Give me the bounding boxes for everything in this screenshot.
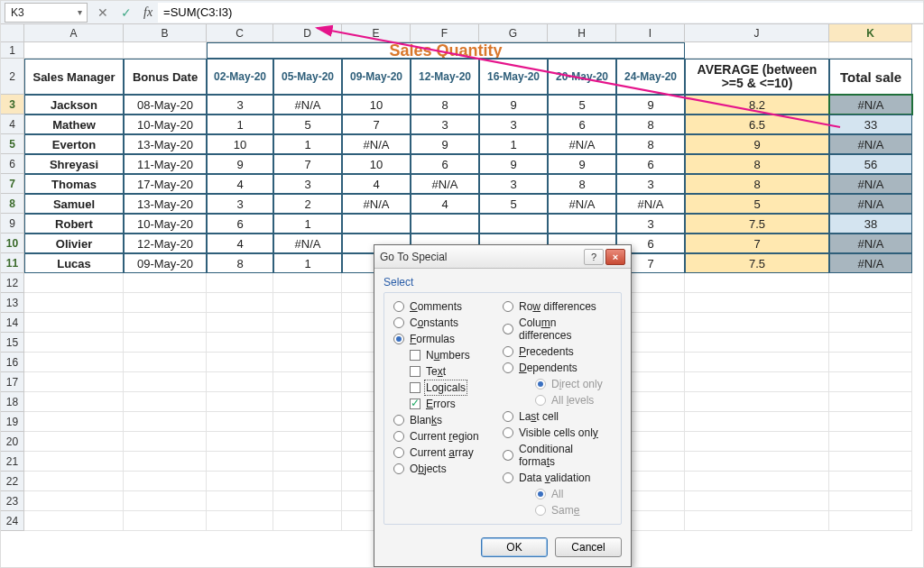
cell[interactable]: 09-May-20	[124, 253, 207, 273]
ok-button[interactable]: OK	[481, 537, 548, 557]
cell[interactable]: 1	[273, 134, 342, 154]
name-box-dropdown-icon[interactable]: ▾	[72, 7, 87, 17]
cell[interactable]: 8	[685, 154, 829, 174]
row-header-8[interactable]: 8	[1, 194, 24, 214]
cell[interactable]: 8	[207, 253, 273, 273]
cell[interactable]: 10	[342, 154, 411, 174]
cell[interactable]: #N/A	[616, 194, 685, 214]
cell[interactable]: 4	[207, 174, 273, 194]
cell[interactable]: 10	[342, 95, 411, 115]
cell[interactable]	[479, 214, 548, 234]
column-header-H[interactable]: H	[548, 24, 616, 42]
radio-option[interactable]: Row differences	[503, 300, 612, 313]
cell[interactable]: 11-May-20	[124, 154, 207, 174]
cell[interactable]: 4	[411, 194, 479, 214]
row-header-23[interactable]: 23	[1, 491, 24, 511]
cell[interactable]	[342, 214, 411, 234]
column-header-I[interactable]: I	[616, 24, 685, 42]
cell[interactable]: 1	[207, 115, 273, 134]
row-header-17[interactable]: 17	[1, 372, 24, 392]
cell[interactable]: #N/A	[829, 194, 912, 214]
cell[interactable]: 10-May-20	[124, 115, 207, 134]
row-header-13[interactable]: 13	[1, 293, 24, 313]
radio-option[interactable]: Data validation	[503, 472, 612, 484]
radio-option[interactable]: Current region	[393, 430, 503, 443]
cell[interactable]: Olivier	[24, 234, 124, 253]
radio-option[interactable]: Conditional formats	[503, 443, 612, 468]
cell[interactable]: #N/A	[411, 174, 479, 194]
column-header-B[interactable]: B	[124, 24, 207, 42]
row-header-10[interactable]: 10	[1, 234, 24, 253]
checkbox-option[interactable]: Errors	[393, 398, 503, 410]
cell[interactable]: 13-May-20	[124, 134, 207, 154]
cell[interactable]: 7.5	[685, 253, 829, 273]
cell[interactable]: 8	[616, 134, 685, 154]
cell[interactable]: 1	[273, 253, 342, 273]
cell[interactable]: 2	[273, 194, 342, 214]
cell[interactable]: 4	[207, 234, 273, 253]
row-header-15[interactable]: 15	[1, 333, 24, 353]
cell[interactable]: #N/A	[342, 134, 411, 154]
radio-option[interactable]: Dependents	[503, 362, 612, 374]
radio-option[interactable]: Blanks	[393, 414, 503, 426]
cell[interactable]: 3	[479, 174, 548, 194]
cell[interactable]	[548, 214, 616, 234]
cell[interactable]: 13-May-20	[124, 194, 207, 214]
cell[interactable]: Jackson	[24, 95, 124, 115]
cell[interactable]: 10-May-20	[124, 214, 207, 234]
select-all-corner[interactable]	[1, 24, 24, 42]
column-header-D[interactable]: D	[273, 24, 342, 42]
cell[interactable]: #N/A	[548, 194, 616, 214]
radio-option[interactable]: Objects	[393, 463, 503, 475]
cell[interactable]: 6	[207, 214, 273, 234]
cell[interactable]: Samuel	[24, 194, 124, 214]
cell[interactable]: 8	[685, 174, 829, 194]
cell[interactable]: 3	[207, 95, 273, 115]
row-header-9[interactable]: 9	[1, 214, 24, 234]
row-header-18[interactable]: 18	[1, 392, 24, 412]
cell[interactable]: 9	[548, 154, 616, 174]
row-header-12[interactable]: 12	[1, 273, 24, 293]
cell[interactable]: Shreyasi	[24, 154, 124, 174]
column-header-A[interactable]: A	[24, 24, 124, 42]
row-header-1[interactable]: 1	[1, 42, 24, 59]
column-header-K[interactable]: K	[829, 24, 912, 42]
row-header-7[interactable]: 7	[1, 174, 24, 194]
row-header-6[interactable]: 6	[1, 154, 24, 174]
row-header-5[interactable]: 5	[1, 134, 24, 154]
radio-option[interactable]: Column differences	[503, 316, 612, 342]
cell[interactable]: 9	[685, 134, 829, 154]
radio-option[interactable]: Current array	[393, 446, 503, 459]
cell[interactable]: 7	[342, 115, 411, 134]
cell[interactable]: 5	[685, 194, 829, 214]
cell[interactable]: 56	[829, 154, 912, 174]
cell[interactable]: 5	[273, 115, 342, 134]
cell[interactable]: 12-May-20	[124, 234, 207, 253]
cell[interactable]: 33	[829, 115, 912, 134]
cell[interactable]: 3	[616, 214, 685, 234]
cell[interactable]: 6	[411, 154, 479, 174]
row-header-21[interactable]: 21	[1, 452, 24, 472]
row-header-4[interactable]: 4	[1, 115, 24, 134]
row-header-14[interactable]: 14	[1, 313, 24, 333]
row-header-11[interactable]: 11	[1, 253, 24, 273]
column-header-E[interactable]: E	[342, 24, 411, 42]
dialog-close-button[interactable]: ×	[605, 249, 625, 265]
checkbox-option[interactable]: Text	[393, 365, 503, 378]
radio-option[interactable]: Precedents	[503, 345, 612, 358]
cell[interactable]: 6.5	[685, 115, 829, 134]
cell[interactable]: 6	[548, 115, 616, 134]
column-header-G[interactable]: G	[479, 24, 548, 42]
cell[interactable]: 8	[411, 95, 479, 115]
cell[interactable]: #N/A	[829, 253, 912, 273]
cell[interactable]: 1	[479, 134, 548, 154]
formula-input[interactable]	[158, 3, 923, 23]
cell[interactable]: 3	[411, 115, 479, 134]
cell[interactable]: 9	[479, 95, 548, 115]
cell[interactable]: 7	[685, 234, 829, 253]
row-header-22[interactable]: 22	[1, 472, 24, 491]
cell[interactable]: 6	[616, 154, 685, 174]
cell[interactable]: #N/A	[829, 174, 912, 194]
cell[interactable]: #N/A	[273, 234, 342, 253]
cell[interactable]: 10	[207, 134, 273, 154]
